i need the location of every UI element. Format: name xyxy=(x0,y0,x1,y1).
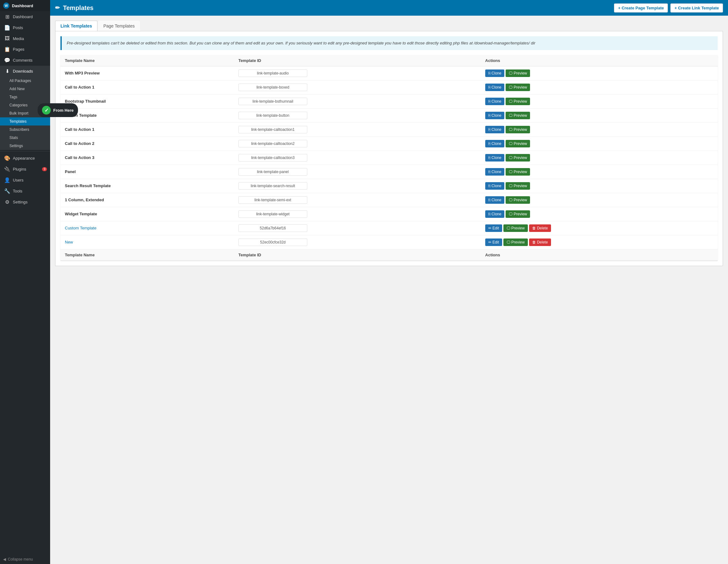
preview-button[interactable]: 🖵 Preview xyxy=(506,98,530,105)
template-name-text: Bootstrap Thumbnail xyxy=(65,99,106,104)
sidebar-item-tools[interactable]: 🔧 Tools xyxy=(0,186,50,197)
clone-button[interactable]: ⎘ Clone xyxy=(485,112,505,119)
sidebar-item-settings-sub[interactable]: Settings xyxy=(0,142,50,150)
clone-button[interactable]: ⎘ Clone xyxy=(485,98,505,105)
template-name-link[interactable]: Custom Template xyxy=(65,226,96,230)
preview-button[interactable]: 🖵 Preview xyxy=(503,225,528,232)
actions-cell: ⎘ Clone🖵 Preview xyxy=(481,122,718,137)
template-id-input[interactable] xyxy=(238,98,307,105)
template-id-input[interactable] xyxy=(238,210,307,218)
create-link-template-button[interactable]: + Create Link Template xyxy=(670,3,723,13)
template-id-input[interactable] xyxy=(238,168,307,176)
template-name-cell: Call to Action 3 xyxy=(60,151,234,165)
template-id-input[interactable] xyxy=(238,154,307,162)
preview-button[interactable]: 🖵 Preview xyxy=(506,112,530,119)
sidebar-item-stats[interactable]: Stats xyxy=(0,134,50,142)
clone-button[interactable]: ⎘ Clone xyxy=(485,196,505,204)
preview-button[interactable]: 🖵 Preview xyxy=(506,70,530,77)
template-name-text: Call to Action 1 xyxy=(65,127,94,132)
template-id-input[interactable] xyxy=(238,140,307,148)
preview-button[interactable]: 🖵 Preview xyxy=(506,84,530,91)
sidebar-item-downloads[interactable]: ⬇ Downloads xyxy=(0,66,50,77)
collapse-menu-button[interactable]: ◀ Collapse menu xyxy=(0,555,50,564)
template-id-cell xyxy=(234,94,481,108)
sidebar-item-dashboard[interactable]: ⊞ Dashboard xyxy=(0,11,50,22)
submenu-label: Subscribers xyxy=(9,127,29,132)
settings-icon: ⚙ xyxy=(4,199,10,205)
tab-page-templates[interactable]: Page Templates xyxy=(98,21,140,31)
template-name-cell: Bootstrap Thumbnail xyxy=(60,94,234,108)
sidebar-item-settings[interactable]: ⚙ Settings xyxy=(0,197,50,208)
edit-button[interactable]: ✏ Edit xyxy=(485,239,502,246)
sidebar-item-posts[interactable]: 📄 Posts xyxy=(0,22,50,33)
table-row: Call to Action 1⎘ Clone🖵 Preview xyxy=(60,122,718,137)
template-id-input[interactable] xyxy=(238,225,307,232)
appearance-icon: 🎨 xyxy=(4,155,10,161)
template-id-input[interactable] xyxy=(238,182,307,190)
template-id-cell xyxy=(234,221,481,235)
sidebar-item-label: Users xyxy=(13,178,23,183)
sidebar-item-pages[interactable]: 📋 Pages xyxy=(0,44,50,55)
clone-button[interactable]: ⎘ Clone xyxy=(485,84,505,91)
tab-inner: Pre-designed templates can't be deleted … xyxy=(55,31,723,266)
sidebar-item-appearance[interactable]: 🎨 Appearance xyxy=(0,153,50,164)
preview-button[interactable]: 🖵 Preview xyxy=(506,126,530,133)
template-id-input[interactable] xyxy=(238,239,307,246)
clone-button[interactable]: ⎘ Clone xyxy=(485,70,505,77)
template-id-input[interactable] xyxy=(238,126,307,133)
create-page-template-button[interactable]: + Create Page Template xyxy=(614,3,668,13)
template-id-cell xyxy=(234,165,481,179)
template-id-cell xyxy=(234,122,481,137)
sidebar-item-users[interactable]: 👤 Users xyxy=(0,175,50,186)
collapse-label: Collapse menu xyxy=(8,557,33,561)
table-row: Panel⎘ Clone🖵 Preview xyxy=(60,165,718,179)
template-name-link[interactable]: New xyxy=(65,240,73,245)
clone-button[interactable]: ⎘ Clone xyxy=(485,140,505,148)
preview-button[interactable]: 🖵 Preview xyxy=(506,196,530,204)
sidebar-item-plugins[interactable]: 🔌 Plugins 9 xyxy=(0,164,50,175)
preview-button[interactable]: 🖵 Preview xyxy=(503,239,528,246)
preview-button[interactable]: 🖵 Preview xyxy=(506,182,530,190)
preview-button[interactable]: 🖵 Preview xyxy=(506,210,530,218)
sidebar-item-media[interactable]: 🖼 Media xyxy=(0,33,50,44)
table-row: Call to Action 2⎘ Clone🖵 Preview xyxy=(60,137,718,151)
template-id-input[interactable] xyxy=(238,196,307,204)
template-id-input[interactable] xyxy=(238,112,307,119)
sidebar-logo[interactable]: W Dashboard xyxy=(0,0,50,11)
template-name-text: Panel xyxy=(65,169,76,174)
template-id-input[interactable] xyxy=(238,70,307,77)
clone-button[interactable]: ⎘ Clone xyxy=(485,126,505,133)
template-name-cell: Panel xyxy=(60,165,234,179)
template-id-cell xyxy=(234,207,481,221)
sidebar-item-tags[interactable]: Tags xyxy=(0,93,50,101)
sidebar-item-all-packages[interactable]: All Packages xyxy=(0,77,50,85)
clone-button[interactable]: ⎘ Clone xyxy=(485,154,505,162)
submenu-label: Stats xyxy=(9,136,18,140)
page-title: ✏ Templates xyxy=(55,4,93,12)
sidebar-item-comments[interactable]: 💬 Comments xyxy=(0,55,50,66)
template-id-input[interactable] xyxy=(238,84,307,91)
clone-button[interactable]: ⎘ Clone xyxy=(485,210,505,218)
clone-button[interactable]: ⎘ Clone xyxy=(485,168,505,176)
actions-cell: ✏ Edit🖵 Preview🗑 Delete xyxy=(481,235,718,249)
table-row: Call to Action 3⎘ Clone🖵 Preview xyxy=(60,151,718,165)
template-id-cell xyxy=(234,151,481,165)
preview-button[interactable]: 🖵 Preview xyxy=(506,168,530,176)
preview-button[interactable]: 🖵 Preview xyxy=(506,140,530,148)
template-name-cell: Search Result Template xyxy=(60,179,234,193)
table-row: 1 Column, Extended⎘ Clone🖵 Preview xyxy=(60,193,718,207)
template-name-text: Call to Action 1 xyxy=(65,85,94,90)
template-name-text: 1 Column, Extended xyxy=(65,198,104,202)
preview-button[interactable]: 🖵 Preview xyxy=(506,154,530,162)
tab-link-templates[interactable]: Link Templates xyxy=(55,21,97,31)
sidebar-item-templates[interactable]: Templates xyxy=(0,117,50,126)
clone-button[interactable]: ⎘ Clone xyxy=(485,182,505,190)
delete-button[interactable]: 🗑 Delete xyxy=(529,239,551,246)
actions-cell: ⎘ Clone🖵 Preview xyxy=(481,165,718,179)
edit-button[interactable]: ✏ Edit xyxy=(485,225,502,232)
tooltip-check-icon: ✓ xyxy=(42,106,51,115)
delete-button[interactable]: 🗑 Delete xyxy=(529,225,551,232)
sidebar-item-subscribers[interactable]: Subscribers xyxy=(0,126,50,134)
submenu-label: Categories xyxy=(9,103,28,107)
sidebar-item-add-new[interactable]: Add New xyxy=(0,85,50,93)
